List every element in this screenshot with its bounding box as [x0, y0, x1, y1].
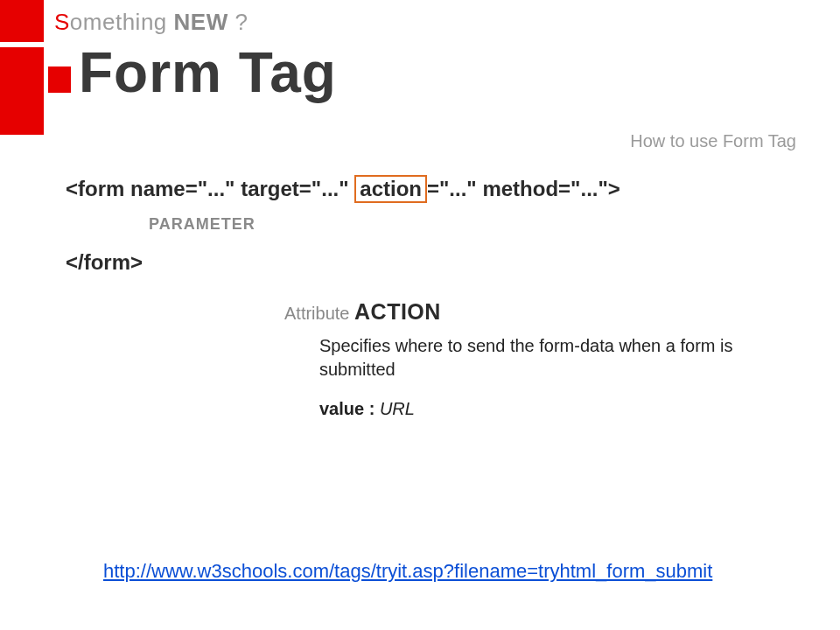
decor-red-block-small — [48, 66, 71, 93]
code-form-close: </form> — [66, 250, 143, 275]
decor-red-block-top — [0, 0, 44, 42]
kicker-tail: ? — [228, 9, 248, 35]
kicker-rest: omething — [70, 9, 174, 35]
attribute-value: value : URL — [319, 399, 415, 419]
decor-red-block-left — [0, 47, 44, 135]
attribute-value-label: value : — [319, 399, 380, 418]
code-open-post: ="..." method="..."> — [427, 177, 620, 200]
slide-kicker: Something NEW ? — [54, 9, 248, 36]
code-parameter-label: PARAMETER — [149, 215, 256, 234]
kicker-first-letter: S — [54, 9, 70, 35]
attribute-value-type: URL — [380, 399, 415, 418]
attribute-label: Attribute — [284, 304, 354, 323]
page-title: Form Tag — [79, 40, 337, 105]
attribute-name: ACTION — [354, 299, 441, 324]
page-subtitle: How to use Form Tag — [630, 131, 796, 151]
reference-link[interactable]: http://www.w3schools.com/tags/tryit.asp?… — [103, 560, 712, 583]
attribute-description: Specifies where to send the form-data wh… — [319, 334, 774, 382]
kicker-new: NEW — [174, 9, 228, 35]
code-action-highlight: action — [354, 175, 427, 203]
code-open-pre: <form name="..." target="..." — [66, 177, 354, 200]
attribute-heading: Attribute ACTION — [284, 299, 441, 325]
code-form-open: <form name="..." target="..." action="..… — [66, 175, 620, 203]
